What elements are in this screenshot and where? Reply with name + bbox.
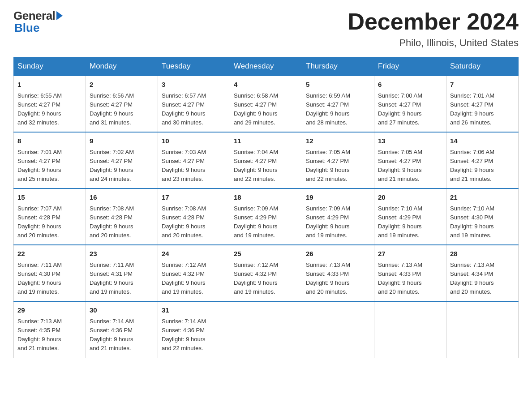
logo-arrow-icon [56,11,63,20]
calendar-cell: 30Sunrise: 7:14 AMSunset: 4:36 PMDayligh… [86,301,158,358]
day-number: 17 [162,193,226,203]
day-number: 3 [162,80,226,90]
day-number: 21 [450,193,515,203]
day-number: 8 [17,136,82,146]
calendar-cell: 1Sunrise: 6:55 AMSunset: 4:27 PMDaylight… [14,76,86,132]
day-number: 25 [234,249,298,259]
calendar-cell: 25Sunrise: 7:12 AMSunset: 4:32 PMDayligh… [230,245,302,301]
day-number: 5 [306,80,370,90]
logo: General Blue [13,9,63,35]
day-info: Sunrise: 6:58 AMSunset: 4:27 PMDaylight:… [234,91,298,128]
calendar-cell: 9Sunrise: 7:02 AMSunset: 4:27 PMDaylight… [86,132,158,188]
day-info: Sunrise: 7:13 AMSunset: 4:33 PMDaylight:… [378,261,442,297]
day-number: 18 [234,193,298,203]
header-cell-sunday: Sunday [14,57,86,76]
title-area: December 2024 Philo, Illinois, United St… [348,9,519,49]
calendar-cell: 23Sunrise: 7:11 AMSunset: 4:31 PMDayligh… [86,245,158,301]
calendar-cell: 4Sunrise: 6:58 AMSunset: 4:27 PMDaylight… [230,76,302,132]
day-info: Sunrise: 6:59 AMSunset: 4:27 PMDaylight:… [306,91,370,128]
calendar-cell: 22Sunrise: 7:11 AMSunset: 4:30 PMDayligh… [14,245,86,301]
calendar-cell: 27Sunrise: 7:13 AMSunset: 4:33 PMDayligh… [374,245,446,301]
calendar-cell [302,301,374,358]
calendar-cell: 18Sunrise: 7:09 AMSunset: 4:29 PMDayligh… [230,188,302,245]
header-cell-friday: Friday [374,57,446,76]
week-row-3: 15Sunrise: 7:07 AMSunset: 4:28 PMDayligh… [14,188,519,245]
header-cell-saturday: Saturday [446,57,519,76]
day-number: 19 [306,193,370,203]
header-cell-monday: Monday [86,57,158,76]
day-info: Sunrise: 7:12 AMSunset: 4:32 PMDaylight:… [162,261,226,297]
page-header: General Blue December 2024 Philo, Illino… [13,9,519,49]
calendar-cell: 31Sunrise: 7:14 AMSunset: 4:36 PMDayligh… [158,301,230,358]
calendar-cell: 21Sunrise: 7:10 AMSunset: 4:30 PMDayligh… [446,188,519,245]
calendar-cell [446,301,519,358]
day-number: 4 [234,80,298,90]
week-row-2: 8Sunrise: 7:01 AMSunset: 4:27 PMDaylight… [14,132,519,188]
calendar-cell: 11Sunrise: 7:04 AMSunset: 4:27 PMDayligh… [230,132,302,188]
calendar-cell: 15Sunrise: 7:07 AMSunset: 4:28 PMDayligh… [14,188,86,245]
day-number: 9 [90,136,154,146]
calendar-cell: 19Sunrise: 7:09 AMSunset: 4:29 PMDayligh… [302,188,374,245]
header-cell-thursday: Thursday [302,57,374,76]
day-number: 23 [90,249,154,259]
day-info: Sunrise: 7:03 AMSunset: 4:27 PMDaylight:… [162,148,226,184]
day-number: 27 [378,249,442,259]
day-number: 31 [162,305,226,316]
day-info: Sunrise: 7:14 AMSunset: 4:36 PMDaylight:… [162,317,226,353]
day-info: Sunrise: 7:00 AMSunset: 4:27 PMDaylight:… [378,91,442,128]
location-title: Philo, Illinois, United States [348,37,519,49]
day-info: Sunrise: 6:57 AMSunset: 4:27 PMDaylight:… [162,91,226,128]
calendar-cell [374,301,446,358]
day-info: Sunrise: 7:05 AMSunset: 4:27 PMDaylight:… [378,148,442,184]
day-number: 11 [234,136,298,146]
calendar-cell: 2Sunrise: 6:56 AMSunset: 4:27 PMDaylight… [86,76,158,132]
calendar-cell: 16Sunrise: 7:08 AMSunset: 4:28 PMDayligh… [86,188,158,245]
day-number: 16 [90,193,154,203]
day-number: 6 [378,80,442,90]
day-info: Sunrise: 7:12 AMSunset: 4:32 PMDaylight:… [234,261,298,297]
calendar-cell: 17Sunrise: 7:08 AMSunset: 4:28 PMDayligh… [158,188,230,245]
header-row: SundayMondayTuesdayWednesdayThursdayFrid… [14,57,519,76]
day-number: 10 [162,136,226,146]
day-info: Sunrise: 7:11 AMSunset: 4:31 PMDaylight:… [90,261,154,297]
header-cell-tuesday: Tuesday [158,57,230,76]
day-info: Sunrise: 7:09 AMSunset: 4:29 PMDaylight:… [234,204,298,240]
calendar-cell: 7Sunrise: 7:01 AMSunset: 4:27 PMDaylight… [446,76,519,132]
day-number: 1 [17,80,82,90]
day-number: 22 [17,249,82,259]
day-number: 13 [378,136,442,146]
day-number: 28 [450,249,515,259]
calendar-header: SundayMondayTuesdayWednesdayThursdayFrid… [14,57,519,76]
calendar-cell: 14Sunrise: 7:06 AMSunset: 4:27 PMDayligh… [446,132,519,188]
calendar-cell: 20Sunrise: 7:10 AMSunset: 4:29 PMDayligh… [374,188,446,245]
calendar-cell: 26Sunrise: 7:13 AMSunset: 4:33 PMDayligh… [302,245,374,301]
day-info: Sunrise: 7:07 AMSunset: 4:28 PMDaylight:… [17,204,82,240]
header-cell-wednesday: Wednesday [230,57,302,76]
day-info: Sunrise: 7:13 AMSunset: 4:33 PMDaylight:… [306,261,370,297]
day-number: 2 [90,80,154,90]
day-info: Sunrise: 7:05 AMSunset: 4:27 PMDaylight:… [306,148,370,184]
week-row-1: 1Sunrise: 6:55 AMSunset: 4:27 PMDaylight… [14,76,519,132]
day-number: 30 [90,305,154,316]
logo-blue-text: Blue [14,21,39,35]
calendar-body: 1Sunrise: 6:55 AMSunset: 4:27 PMDaylight… [14,76,519,358]
day-info: Sunrise: 7:08 AMSunset: 4:28 PMDaylight:… [162,204,226,240]
calendar-table: SundayMondayTuesdayWednesdayThursdayFrid… [13,57,519,358]
day-info: Sunrise: 7:10 AMSunset: 4:30 PMDaylight:… [450,204,515,240]
day-info: Sunrise: 6:56 AMSunset: 4:27 PMDaylight:… [90,91,154,128]
calendar-cell: 8Sunrise: 7:01 AMSunset: 4:27 PMDaylight… [14,132,86,188]
calendar-cell: 24Sunrise: 7:12 AMSunset: 4:32 PMDayligh… [158,245,230,301]
day-info: Sunrise: 7:08 AMSunset: 4:28 PMDaylight:… [90,204,154,240]
day-info: Sunrise: 7:10 AMSunset: 4:29 PMDaylight:… [378,204,442,240]
day-info: Sunrise: 7:04 AMSunset: 4:27 PMDaylight:… [234,148,298,184]
day-number: 12 [306,136,370,146]
calendar-cell: 3Sunrise: 6:57 AMSunset: 4:27 PMDaylight… [158,76,230,132]
calendar-cell: 28Sunrise: 7:13 AMSunset: 4:34 PMDayligh… [446,245,519,301]
day-number: 14 [450,136,515,146]
calendar-cell [230,301,302,358]
day-number: 20 [378,193,442,203]
day-number: 15 [17,193,82,203]
day-number: 29 [17,305,82,316]
calendar-cell: 13Sunrise: 7:05 AMSunset: 4:27 PMDayligh… [374,132,446,188]
calendar-cell: 6Sunrise: 7:00 AMSunset: 4:27 PMDaylight… [374,76,446,132]
